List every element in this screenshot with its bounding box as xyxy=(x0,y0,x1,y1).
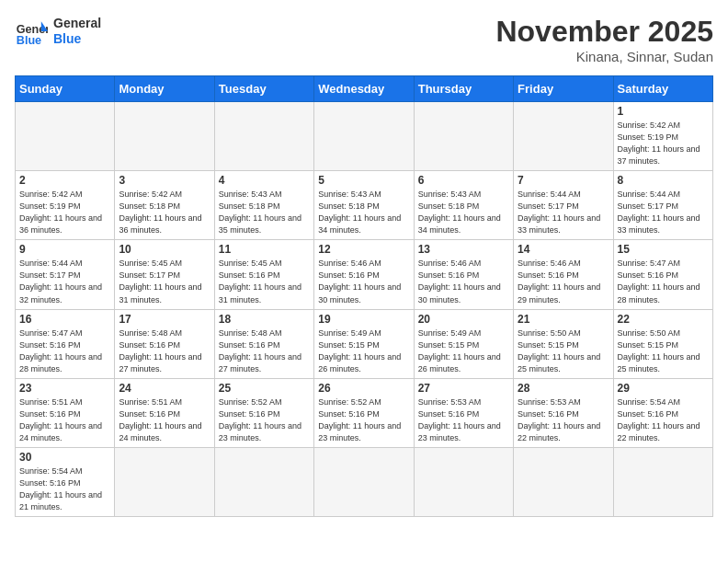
day-info: Sunrise: 5:43 AMSunset: 5:18 PMDaylight:… xyxy=(318,189,409,236)
calendar-cell: 26Sunrise: 5:52 AMSunset: 5:16 PMDayligh… xyxy=(314,378,414,447)
page-header: General Blue General Blue November 2025 … xyxy=(15,15,713,64)
day-info: Sunrise: 5:45 AMSunset: 5:17 PMDaylight:… xyxy=(119,258,210,305)
calendar-cell xyxy=(613,447,712,516)
day-number: 13 xyxy=(418,243,509,256)
day-number: 19 xyxy=(318,313,409,326)
day-info: Sunrise: 5:46 AMSunset: 5:16 PMDaylight:… xyxy=(318,258,409,305)
calendar-week-row: 23Sunrise: 5:51 AMSunset: 5:16 PMDayligh… xyxy=(16,378,713,447)
day-number: 11 xyxy=(219,243,310,256)
weekday-header-wednesday: Wednesday xyxy=(314,76,414,102)
day-info: Sunrise: 5:42 AMSunset: 5:18 PMDaylight:… xyxy=(119,189,210,236)
day-number: 2 xyxy=(19,174,110,187)
day-info: Sunrise: 5:50 AMSunset: 5:15 PMDaylight:… xyxy=(518,327,609,375)
calendar-week-row: 9Sunrise: 5:44 AMSunset: 5:17 PMDaylight… xyxy=(16,240,713,309)
calendar-week-row: 16Sunrise: 5:47 AMSunset: 5:16 PMDayligh… xyxy=(16,309,713,378)
day-info: Sunrise: 5:51 AMSunset: 5:16 PMDaylight:… xyxy=(119,396,210,444)
calendar-cell xyxy=(115,102,214,171)
calendar-cell: 20Sunrise: 5:49 AMSunset: 5:15 PMDayligh… xyxy=(414,309,513,378)
day-info: Sunrise: 5:44 AMSunset: 5:17 PMDaylight:… xyxy=(19,258,110,305)
calendar-cell: 16Sunrise: 5:47 AMSunset: 5:16 PMDayligh… xyxy=(16,309,115,378)
calendar-cell: 30Sunrise: 5:54 AMSunset: 5:16 PMDayligh… xyxy=(16,447,115,516)
day-number: 29 xyxy=(618,382,709,395)
calendar-cell: 21Sunrise: 5:50 AMSunset: 5:15 PMDayligh… xyxy=(514,309,613,378)
weekday-header-row: SundayMondayTuesdayWednesdayThursdayFrid… xyxy=(16,76,713,102)
day-number: 20 xyxy=(418,313,509,326)
calendar-cell: 28Sunrise: 5:53 AMSunset: 5:16 PMDayligh… xyxy=(514,378,613,447)
calendar-cell xyxy=(314,447,414,516)
calendar-cell: 5Sunrise: 5:43 AMSunset: 5:18 PMDaylight… xyxy=(314,171,414,240)
day-number: 28 xyxy=(518,382,609,395)
day-info: Sunrise: 5:52 AMSunset: 5:16 PMDaylight:… xyxy=(219,396,310,444)
calendar-cell: 19Sunrise: 5:49 AMSunset: 5:15 PMDayligh… xyxy=(314,309,414,378)
calendar-cell: 12Sunrise: 5:46 AMSunset: 5:16 PMDayligh… xyxy=(314,240,414,309)
weekday-header-saturday: Saturday xyxy=(613,76,712,102)
day-info: Sunrise: 5:51 AMSunset: 5:16 PMDaylight:… xyxy=(19,396,110,444)
day-number: 3 xyxy=(119,174,210,187)
calendar-cell xyxy=(214,102,313,171)
calendar-cell: 10Sunrise: 5:45 AMSunset: 5:17 PMDayligh… xyxy=(115,240,214,309)
calendar-cell: 29Sunrise: 5:54 AMSunset: 5:16 PMDayligh… xyxy=(613,378,712,447)
calendar-cell: 13Sunrise: 5:46 AMSunset: 5:16 PMDayligh… xyxy=(414,240,513,309)
day-info: Sunrise: 5:53 AMSunset: 5:16 PMDaylight:… xyxy=(518,396,609,444)
calendar-cell: 23Sunrise: 5:51 AMSunset: 5:16 PMDayligh… xyxy=(16,378,115,447)
logo-general-text: General xyxy=(53,16,101,31)
calendar-cell: 4Sunrise: 5:43 AMSunset: 5:18 PMDaylight… xyxy=(214,171,313,240)
calendar-cell: 24Sunrise: 5:51 AMSunset: 5:16 PMDayligh… xyxy=(115,378,214,447)
day-number: 22 xyxy=(618,313,709,326)
day-info: Sunrise: 5:44 AMSunset: 5:17 PMDaylight:… xyxy=(518,189,609,236)
calendar-week-row: 2Sunrise: 5:42 AMSunset: 5:19 PMDaylight… xyxy=(16,171,713,240)
day-info: Sunrise: 5:48 AMSunset: 5:16 PMDaylight:… xyxy=(119,327,210,375)
logo: General Blue General Blue xyxy=(15,15,101,48)
day-number: 7 xyxy=(518,174,609,187)
day-number: 17 xyxy=(119,313,210,326)
calendar-cell: 1Sunrise: 5:42 AMSunset: 5:19 PMDaylight… xyxy=(613,102,712,171)
calendar-cell: 22Sunrise: 5:50 AMSunset: 5:15 PMDayligh… xyxy=(613,309,712,378)
weekday-header-sunday: Sunday xyxy=(16,76,115,102)
month-title: November 2025 xyxy=(495,15,713,49)
calendar-cell: 25Sunrise: 5:52 AMSunset: 5:16 PMDayligh… xyxy=(214,378,313,447)
calendar-cell: 6Sunrise: 5:43 AMSunset: 5:18 PMDaylight… xyxy=(414,171,513,240)
weekday-header-thursday: Thursday xyxy=(414,76,513,102)
day-info: Sunrise: 5:54 AMSunset: 5:16 PMDaylight:… xyxy=(19,465,110,513)
day-number: 25 xyxy=(219,382,310,395)
weekday-header-monday: Monday xyxy=(115,76,214,102)
day-number: 5 xyxy=(318,174,409,187)
calendar-cell xyxy=(16,102,115,171)
day-info: Sunrise: 5:49 AMSunset: 5:15 PMDaylight:… xyxy=(318,327,409,375)
calendar-cell xyxy=(414,102,513,171)
logo-icon: General Blue xyxy=(15,15,48,48)
day-info: Sunrise: 5:42 AMSunset: 5:19 PMDaylight:… xyxy=(19,189,110,236)
location-subtitle: Kinana, Sinnar, Sudan xyxy=(495,49,713,64)
day-info: Sunrise: 5:52 AMSunset: 5:16 PMDaylight:… xyxy=(318,396,409,444)
day-info: Sunrise: 5:43 AMSunset: 5:18 PMDaylight:… xyxy=(219,189,310,236)
calendar-cell: 9Sunrise: 5:44 AMSunset: 5:17 PMDaylight… xyxy=(16,240,115,309)
day-number: 4 xyxy=(219,174,310,187)
title-block: November 2025 Kinana, Sinnar, Sudan xyxy=(495,15,713,64)
calendar-cell: 7Sunrise: 5:44 AMSunset: 5:17 PMDaylight… xyxy=(514,171,613,240)
calendar-cell: 3Sunrise: 5:42 AMSunset: 5:18 PMDaylight… xyxy=(115,171,214,240)
calendar-week-row: 1Sunrise: 5:42 AMSunset: 5:19 PMDaylight… xyxy=(16,102,713,171)
day-info: Sunrise: 5:54 AMSunset: 5:16 PMDaylight:… xyxy=(618,396,709,444)
calendar-cell: 27Sunrise: 5:53 AMSunset: 5:16 PMDayligh… xyxy=(414,378,513,447)
day-number: 9 xyxy=(19,243,110,256)
day-number: 10 xyxy=(119,243,210,256)
weekday-header-friday: Friday xyxy=(514,76,613,102)
logo-blue-text: Blue xyxy=(53,31,101,47)
calendar-table: SundayMondayTuesdayWednesdayThursdayFrid… xyxy=(15,75,713,517)
day-info: Sunrise: 5:42 AMSunset: 5:19 PMDaylight:… xyxy=(618,120,709,167)
day-info: Sunrise: 5:44 AMSunset: 5:17 PMDaylight:… xyxy=(618,189,709,236)
day-info: Sunrise: 5:49 AMSunset: 5:15 PMDaylight:… xyxy=(418,327,509,375)
day-number: 18 xyxy=(219,313,310,326)
calendar-cell xyxy=(514,447,613,516)
day-number: 24 xyxy=(119,382,210,395)
svg-text:Blue: Blue xyxy=(17,34,41,47)
calendar-cell: 2Sunrise: 5:42 AMSunset: 5:19 PMDaylight… xyxy=(16,171,115,240)
day-number: 1 xyxy=(618,105,709,118)
day-number: 27 xyxy=(418,382,509,395)
calendar-cell xyxy=(115,447,214,516)
calendar-cell: 18Sunrise: 5:48 AMSunset: 5:16 PMDayligh… xyxy=(214,309,313,378)
calendar-cell xyxy=(414,447,513,516)
day-number: 26 xyxy=(318,382,409,395)
day-number: 14 xyxy=(518,243,609,256)
day-info: Sunrise: 5:46 AMSunset: 5:16 PMDaylight:… xyxy=(518,258,609,305)
